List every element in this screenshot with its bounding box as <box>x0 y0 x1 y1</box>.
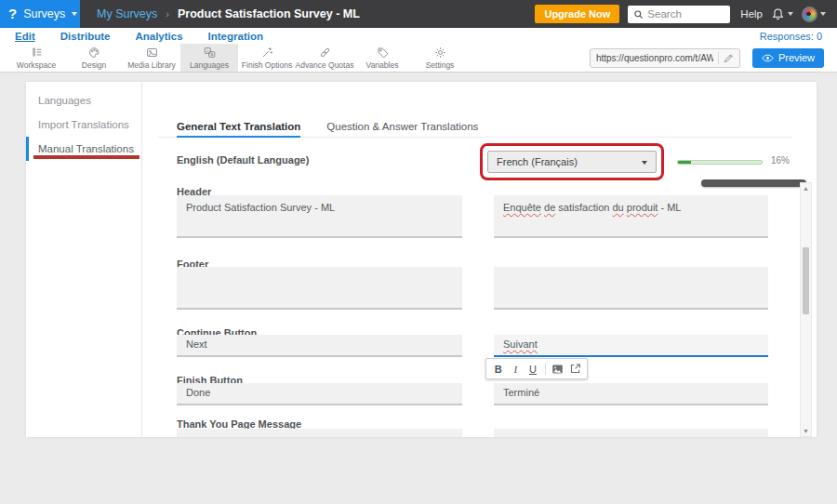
notifications-button[interactable] <box>771 7 793 21</box>
tool-label: Design <box>82 60 106 70</box>
content-scrollbar[interactable]: ▲ ▼ <box>800 182 812 437</box>
translation-tabs: General Text Translation Question & Answ… <box>158 121 792 138</box>
bold-button[interactable]: B <box>490 364 507 375</box>
tool-workspace[interactable]: Workspace <box>7 44 65 72</box>
account-menu[interactable] <box>802 7 826 22</box>
survey-url-text: https://questionpro.com/t/AW22Zd1S1 <box>596 53 713 63</box>
search-input[interactable]: Search <box>628 6 730 23</box>
chevron-down-icon <box>788 12 793 16</box>
header-source-text: Product Satisfaction Survey - ML <box>186 202 335 213</box>
scrollbar-thumb[interactable] <box>803 247 809 314</box>
tool-languages[interactable]: xA Languages <box>180 44 238 72</box>
eye-icon <box>762 53 774 63</box>
target-language-select[interactable]: French (Français) <box>487 151 657 173</box>
tab-general-text-translation[interactable]: General Text Translation <box>177 121 300 138</box>
variables-icon <box>377 46 389 59</box>
tool-settings[interactable]: Settings <box>411 44 469 72</box>
page-title: Product Satisfaction Survey - ML <box>178 7 360 20</box>
surveys-product-menu[interactable]: ? Surveys <box>0 0 80 28</box>
insert-image-button[interactable] <box>550 364 566 375</box>
preview-button[interactable]: Preview <box>752 48 824 68</box>
tool-label: Variables <box>366 60 399 70</box>
help-link[interactable]: Help <box>740 8 763 20</box>
design-icon <box>88 46 100 59</box>
translation-word: produit <box>627 202 658 213</box>
continue-translation-input[interactable]: Suivant <box>494 335 768 357</box>
nav-analytics[interactable]: Analytics <box>135 31 182 42</box>
translations-panel: Languages Import Translations Manual Tra… <box>26 82 817 437</box>
translation-word: - ML <box>660 202 681 213</box>
translation-word: de <box>544 202 555 213</box>
tool-label: Settings <box>426 60 455 70</box>
sidebar-item-import-translations[interactable]: Import Translations <box>26 113 141 137</box>
main-nav: Edit Distribute Analytics Integration Re… <box>0 28 837 44</box>
nav-edit[interactable]: Edit <box>15 31 35 42</box>
tool-media-library[interactable]: Media Library <box>123 44 180 72</box>
thankyou-translation-textarea[interactable] <box>494 429 768 437</box>
continue-translation-text: Suivant <box>503 338 538 350</box>
translation-word: Enquête <box>503 202 541 213</box>
finish-translation-input[interactable]: Terminé <box>494 383 768 405</box>
header-translation-text: Enquête de satisfaction du produit - ML <box>503 202 681 213</box>
footer-translation-textarea[interactable] <box>494 267 768 310</box>
header-source-textarea[interactable]: Product Satisfaction Survey - ML <box>177 195 462 238</box>
header-translation-textarea[interactable]: Enquête de satisfaction du produit - ML <box>494 195 768 238</box>
advance-quotas-icon <box>319 46 331 59</box>
footer-source-textarea[interactable] <box>177 267 462 310</box>
settings-icon <box>434 46 446 59</box>
underline-button[interactable]: U <box>525 364 541 375</box>
translation-word: du <box>612 202 623 213</box>
product-menu-label: Surveys <box>23 7 65 20</box>
finish-options-icon <box>261 46 273 59</box>
bell-icon <box>771 7 785 21</box>
thankyou-source-textarea[interactable] <box>177 429 462 437</box>
translation-word: satisfaction <box>558 202 609 213</box>
pencil-icon <box>724 53 734 63</box>
target-language-value: French (Français) <box>497 156 578 167</box>
workspace-icon <box>31 46 43 59</box>
survey-url-field[interactable]: https://questionpro.com/t/AW22Zd1S1 <box>590 48 740 68</box>
questionpro-logo-icon: ? <box>8 0 17 28</box>
tool-label: Workspace <box>17 60 56 70</box>
topbar-actions: Upgrade Now Search Help <box>535 5 837 23</box>
nav-distribute[interactable]: Distribute <box>60 31 111 42</box>
chevron-down-icon <box>820 12 826 16</box>
finish-source-input[interactable]: Done <box>177 383 462 405</box>
upgrade-now-button[interactable]: Upgrade Now <box>535 5 619 23</box>
scroll-down-icon[interactable]: ▼ <box>801 427 811 435</box>
source-language-label: English (Default Language) <box>177 154 309 166</box>
preview-label: Preview <box>778 52 815 63</box>
translation-progress-bar <box>677 160 763 165</box>
continue-source-input[interactable]: Next <box>177 335 462 357</box>
tool-design[interactable]: Design <box>65 44 123 72</box>
tool-finish-options[interactable]: Finish Options <box>238 44 296 72</box>
finish-translation-text: Terminé <box>503 387 539 398</box>
tab-question-answer-translations[interactable]: Question & Answer Translations <box>326 121 478 138</box>
search-icon <box>633 9 644 20</box>
translation-progress-percent: 16% <box>771 155 790 166</box>
edit-url-button[interactable] <box>718 52 734 64</box>
sidebar-divider <box>141 82 142 437</box>
breadcrumb-my-surveys[interactable]: My Surveys <box>97 7 157 20</box>
image-icon <box>551 364 564 375</box>
responses-count[interactable]: Responses: 0 <box>760 31 822 42</box>
format-toolbar: B I U <box>485 358 588 379</box>
breadcrumb-separator: › <box>166 8 169 20</box>
tooltip-remnant <box>701 179 806 187</box>
chevron-down-icon <box>72 12 77 16</box>
nav-integration[interactable]: Integration <box>208 31 263 42</box>
search-placeholder: Search <box>647 8 681 20</box>
sidebar-item-languages[interactable]: Languages <box>26 88 141 113</box>
tool-label: Finish Options <box>242 60 292 70</box>
tool-variables[interactable]: Variables <box>353 44 411 72</box>
toolbar-right: https://questionpro.com/t/AW22Zd1S1 Prev… <box>590 44 837 72</box>
avatar <box>802 7 817 22</box>
insert-link-button[interactable] <box>566 363 583 375</box>
italic-button[interactable]: I <box>508 364 525 375</box>
progress-fill <box>678 161 691 164</box>
scroll-up-icon[interactable]: ▲ <box>801 184 811 192</box>
manual-translations-annotation <box>33 155 140 159</box>
insert-link-icon <box>569 363 581 375</box>
finish-source-text: Done <box>186 387 210 398</box>
tool-advance-quotas[interactable]: Advance Quotas <box>296 44 353 72</box>
